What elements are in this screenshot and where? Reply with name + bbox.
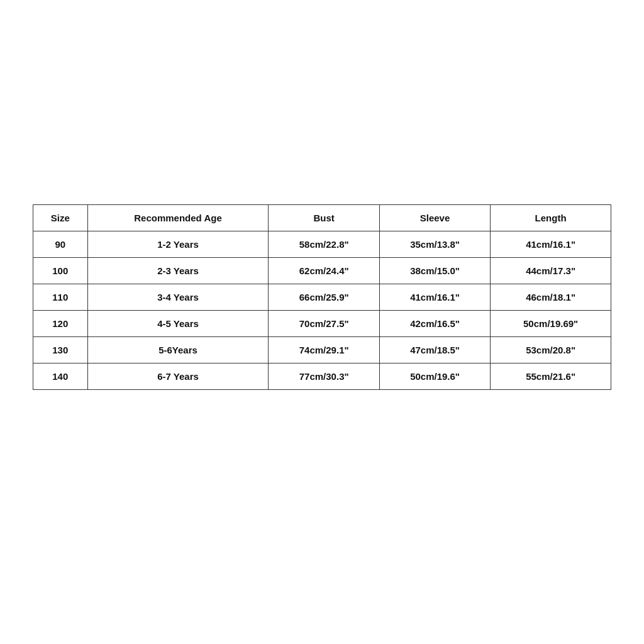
table-cell: 42cm/16.5" bbox=[379, 310, 490, 336]
table-cell: 50cm/19.69" bbox=[491, 310, 611, 336]
table-row: 1406-7 Years77cm/30.3"50cm/19.6"55cm/21.… bbox=[33, 363, 611, 389]
table-cell: 44cm/17.3" bbox=[491, 257, 611, 284]
table-cell: 41cm/16.1" bbox=[379, 284, 490, 310]
size-chart-table: SizeRecommended AgeBustSleeveLength 901-… bbox=[33, 204, 611, 390]
table-cell: 90 bbox=[33, 231, 88, 257]
table-row: 1305-6Years74cm/29.1"47cm/18.5"53cm/20.8… bbox=[33, 336, 611, 363]
table-cell: 35cm/13.8" bbox=[379, 231, 490, 257]
table-cell: 62cm/24.4" bbox=[269, 257, 379, 284]
table-cell: 74cm/29.1" bbox=[269, 336, 379, 363]
table-cell: 41cm/16.1" bbox=[491, 231, 611, 257]
table-cell: 2-3 Years bbox=[87, 257, 269, 284]
table-cell: 110 bbox=[33, 284, 88, 310]
table-cell: 53cm/20.8" bbox=[491, 336, 611, 363]
table-cell: 46cm/18.1" bbox=[491, 284, 611, 310]
table-cell: 50cm/19.6" bbox=[379, 363, 490, 389]
table-cell: 55cm/21.6" bbox=[491, 363, 611, 389]
col-header-size: Size bbox=[33, 204, 88, 231]
col-header-bust: Bust bbox=[269, 204, 379, 231]
table-cell: 70cm/27.5" bbox=[269, 310, 379, 336]
table-row: 1002-3 Years62cm/24.4"38cm/15.0"44cm/17.… bbox=[33, 257, 611, 284]
table-cell: 5-6Years bbox=[87, 336, 269, 363]
table-row: 1103-4 Years66cm/25.9"41cm/16.1"46cm/18.… bbox=[33, 284, 611, 310]
table-cell: 100 bbox=[33, 257, 88, 284]
table-row: 1204-5 Years70cm/27.5"42cm/16.5"50cm/19.… bbox=[33, 310, 611, 336]
table-cell: 58cm/22.8" bbox=[269, 231, 379, 257]
table-cell: 66cm/25.9" bbox=[269, 284, 379, 310]
table-cell: 6-7 Years bbox=[87, 363, 269, 389]
table-row: 901-2 Years58cm/22.8"35cm/13.8"41cm/16.1… bbox=[33, 231, 611, 257]
table-cell: 38cm/15.0" bbox=[379, 257, 490, 284]
table-cell: 130 bbox=[33, 336, 88, 363]
size-chart-container: SizeRecommended AgeBustSleeveLength 901-… bbox=[33, 204, 611, 390]
table-cell: 1-2 Years bbox=[87, 231, 269, 257]
table-cell: 3-4 Years bbox=[87, 284, 269, 310]
table-cell: 4-5 Years bbox=[87, 310, 269, 336]
table-cell: 77cm/30.3" bbox=[269, 363, 379, 389]
col-header-length: Length bbox=[491, 204, 611, 231]
col-header-sleeve: Sleeve bbox=[379, 204, 490, 231]
table-cell: 120 bbox=[33, 310, 88, 336]
col-header-recommended-age: Recommended Age bbox=[87, 204, 269, 231]
table-cell: 140 bbox=[33, 363, 88, 389]
table-cell: 47cm/18.5" bbox=[379, 336, 490, 363]
table-header-row: SizeRecommended AgeBustSleeveLength bbox=[33, 204, 611, 231]
